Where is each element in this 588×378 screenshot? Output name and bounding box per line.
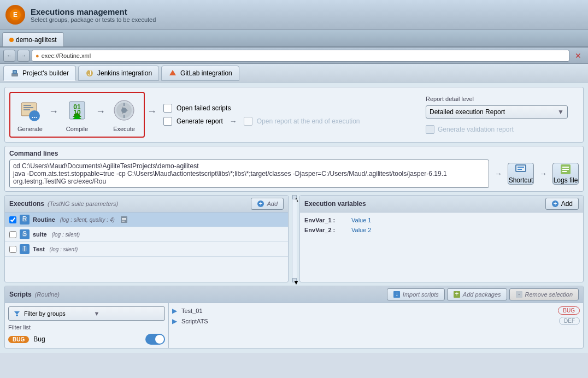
arrow-4: → <box>227 117 239 126</box>
report-detail-label: Report detail level <box>426 96 579 102</box>
svg-rect-40 <box>122 221 125 222</box>
executions-title: Executions <box>9 200 44 208</box>
shortcut-label: Shortcut <box>509 176 533 184</box>
tab-gitlab-integration[interactable]: GitLab integration <box>161 66 239 81</box>
exec-name-suite: suite <box>33 231 47 238</box>
exec-item-routine[interactable]: R Routine (log : silent, quality : 4) <box>5 212 288 227</box>
var-item-1: EnvVar_1 : Value 1 <box>304 217 579 223</box>
variables-add-button[interactable]: + Add <box>545 198 579 210</box>
shortcut-button[interactable]: Shortcut <box>508 163 534 185</box>
arrow-1: → <box>46 106 61 117</box>
exec-name-test: Test <box>33 246 45 252</box>
lower-section: Executions (TestNG suite parameters) + A… <box>4 195 584 282</box>
tab-gitlab-label: GitLab integration <box>180 69 232 77</box>
execute-icon <box>111 97 137 123</box>
toolbar-tabs: Project's builder J Jenkins integration … <box>0 64 588 82</box>
tab-demo-agilitest[interactable]: demo-agilitest <box>2 32 64 46</box>
executions-header: Executions (TestNG suite parameters) + A… <box>5 196 288 212</box>
add-packages-button[interactable]: + Add packages <box>447 288 507 300</box>
compile-label: Compile <box>66 126 88 132</box>
svg-rect-4 <box>14 71 16 73</box>
tab-jenkins-integration[interactable]: J Jenkins integration <box>78 66 159 81</box>
svg-text:+: + <box>455 291 458 298</box>
scroll-down-button[interactable]: ▼ <box>292 278 297 282</box>
cmd-line1: cd C:\Users\Maud\Documents\AgiliteTestPr… <box>13 162 485 170</box>
import-scripts-button[interactable]: ↓ Import scripts <box>387 288 445 300</box>
report-detail-value: Detailed execution Report <box>430 108 505 116</box>
filter-chevron-icon: ▼ <box>94 310 161 317</box>
script-name-test01: Test_01 <box>181 308 203 314</box>
report-detail-select[interactable]: Detailed execution Report ▼ <box>426 105 568 119</box>
scripts-body: Filter by groups ▼ Filter list BUG Bug ▶… <box>5 303 583 348</box>
exec-checkbox-routine[interactable] <box>9 216 16 223</box>
logs-icon <box>559 163 572 175</box>
svg-rect-11 <box>23 109 30 110</box>
add-packages-label: Add packages <box>463 291 501 298</box>
svg-rect-38 <box>122 218 126 219</box>
open-failed-checkbox[interactable] <box>163 104 172 113</box>
url-close-button[interactable]: ✕ <box>572 50 585 61</box>
exec-item-test[interactable]: T Test (log : silent) <box>5 242 288 257</box>
exec-name-routine: Routine <box>33 216 55 223</box>
remove-selection-button[interactable]: - Remove selection <box>509 288 579 300</box>
tab-label: demo-agilitest <box>16 36 57 44</box>
scroll-up-button[interactable]: ▲ <box>292 195 297 199</box>
compile-icon: 01 10 <box>64 97 90 123</box>
variables-header: Execution variables + Add <box>300 196 583 212</box>
bug-toggle[interactable] <box>145 334 165 345</box>
var-list: EnvVar_1 : Value 1 EnvVar_2 : Value 2 <box>300 212 583 282</box>
app-title: Executions management <box>31 7 156 16</box>
nav-back-button[interactable]: ← <box>3 50 15 62</box>
import-icon: ↓ <box>393 291 401 298</box>
workflow-area: ... Generate → 01 10 Compile <box>4 87 584 143</box>
svg-rect-39 <box>122 220 126 221</box>
filter-select-label: Filter by groups <box>24 310 91 317</box>
generate-validation-row: Generate validation report <box>426 125 579 134</box>
exec-item-suite[interactable]: S suite (log : silent) <box>5 227 288 242</box>
variables-title: Execution variables <box>304 200 366 208</box>
tab-projects-builder[interactable]: Project's builder <box>3 66 76 81</box>
logs-button[interactable]: Logs file <box>552 163 579 185</box>
shortcut-icon <box>514 163 527 175</box>
svg-point-22 <box>121 108 127 113</box>
bug-badge-test01: BUG <box>558 306 580 315</box>
url-bar: ← → ● ✕ <box>0 48 588 64</box>
filter-by-groups-select[interactable]: Filter by groups ▼ <box>8 306 165 321</box>
exec-icon-suite: S <box>20 229 30 239</box>
svg-marker-7 <box>169 70 176 75</box>
tab-jenkins-label: Jenkins integration <box>97 69 152 77</box>
var-name-2: EnvVar_2 : <box>304 227 348 233</box>
cmd-row: cd C:\Users\Maud\Documents\AgiliteTestPr… <box>9 160 579 188</box>
open-report-checkbox[interactable] <box>244 117 252 126</box>
generate-report-checkbox[interactable] <box>163 117 172 126</box>
svg-rect-28 <box>518 169 522 170</box>
svg-text:+: + <box>259 200 263 208</box>
url-input-wrap: ● <box>32 50 569 62</box>
variables-add-label: Add <box>561 200 573 208</box>
bug-label: Bug <box>33 335 45 343</box>
open-report-label: Open report at the end of execution <box>257 117 360 125</box>
script-name-scriptats: ScriptATS <box>181 318 208 324</box>
executions-add-button[interactable]: + Add <box>251 198 284 210</box>
exec-checkbox-test[interactable] <box>9 246 16 253</box>
scripts-buttons: ↓ Import scripts + Add packages - <box>387 288 579 300</box>
exec-info-test: (log : silent) <box>48 246 78 252</box>
executions-panel: Executions (TestNG suite parameters) + A… <box>4 195 289 282</box>
svg-rect-32 <box>562 171 567 172</box>
cmd-text[interactable]: cd C:\Users\Maud\Documents\AgiliteTestPr… <box>9 160 489 188</box>
exec-info-routine: (log : silent, quality : 4) <box>58 217 115 223</box>
exec-checkbox-suite[interactable] <box>9 231 16 238</box>
scroll-divider: ▲ ▼ <box>292 195 296 282</box>
svg-text:S: S <box>22 231 27 238</box>
svg-text:↓: ↓ <box>395 291 398 298</box>
app-subtitle: Select groups, package or tests to be ex… <box>31 16 156 23</box>
remove-selection-label: Remove selection <box>525 291 573 298</box>
url-input[interactable] <box>42 52 566 59</box>
generate-report-row: Generate report → Open report at the end… <box>163 117 360 126</box>
svg-text:E: E <box>13 11 17 19</box>
svg-rect-9 <box>23 105 31 106</box>
nav-forward-button[interactable]: → <box>17 50 30 62</box>
workflow-step-compile: 01 10 Compile <box>64 97 90 132</box>
filter-icon <box>13 310 21 317</box>
svg-text:T: T <box>22 245 27 252</box>
